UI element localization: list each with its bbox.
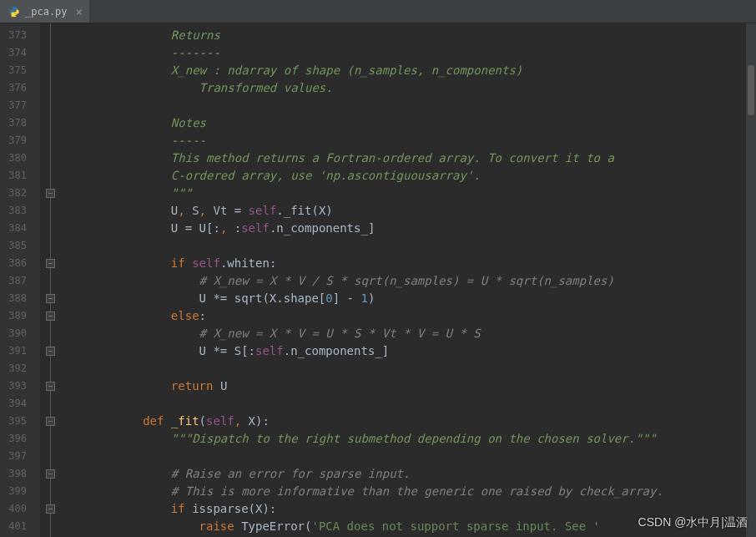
line-number: 386 [0, 255, 40, 272]
line-number: 375 [0, 62, 40, 79]
code-line[interactable]: U *= sqrt(X.shape[0] - 1) [58, 290, 756, 307]
fold-marker[interactable]: − [46, 312, 55, 321]
line-number: 383 [0, 202, 40, 220]
fold-marker[interactable]: − [46, 469, 55, 479]
code-line[interactable] [58, 395, 756, 413]
code-line[interactable] [58, 97, 756, 114]
line-number: 382 [0, 185, 40, 202]
line-number: 389 [0, 307, 40, 325]
editor: 3733743753763773783793803813823833843853… [0, 23, 756, 537]
code-line[interactable]: Returns [58, 27, 756, 44]
line-number: 392 [0, 360, 40, 377]
line-number: 376 [0, 79, 40, 97]
code-line[interactable]: U, S, Vt = self._fit(X) [58, 202, 756, 220]
line-number: 391 [0, 342, 40, 360]
fold-marker[interactable]: − [46, 504, 55, 514]
line-number: 394 [0, 395, 40, 413]
line-number: 390 [0, 325, 40, 342]
fold-marker[interactable]: − [46, 189, 55, 198]
line-number: 378 [0, 114, 40, 132]
code-line[interactable]: else: [58, 307, 756, 325]
code-line[interactable]: """ [58, 185, 756, 202]
line-number: 380 [0, 149, 40, 167]
line-number: 379 [0, 132, 40, 149]
line-number: 393 [0, 377, 40, 395]
fold-marker[interactable]: − [46, 417, 55, 426]
code-line[interactable] [58, 448, 756, 465]
tab-bar: _pca.py × [0, 0, 756, 23]
code-line[interactable]: Notes [58, 114, 756, 132]
code-line[interactable]: # Raise an error for sparse input. [58, 465, 756, 483]
code-line[interactable] [58, 360, 756, 377]
line-number: 395 [0, 413, 40, 430]
code-line[interactable]: # X_new = X * V = U * S * Vt * V = U * S [58, 325, 756, 342]
code-line[interactable]: """Dispatch to the right submethod depen… [58, 430, 756, 448]
line-number: 388 [0, 290, 40, 307]
line-number: 397 [0, 448, 40, 465]
fold-marker[interactable]: − [46, 347, 55, 356]
code-line[interactable]: if self.whiten: [58, 255, 756, 272]
line-number: 400 [0, 500, 40, 518]
file-tab[interactable]: _pca.py × [0, 0, 89, 23]
code-line[interactable]: # X_new = X * V / S * sqrt(n_samples) = … [58, 272, 756, 290]
code-line[interactable]: ------- [58, 44, 756, 62]
line-number: 401 [0, 518, 40, 535]
code-line[interactable] [58, 237, 756, 255]
line-number: 384 [0, 220, 40, 237]
tab-filename: _pca.py [25, 6, 68, 18]
vertical-scrollbar[interactable] [746, 23, 756, 537]
line-number: 385 [0, 237, 40, 255]
line-number: 398 [0, 465, 40, 483]
fold-column: −−−−−−−−− [40, 23, 55, 537]
line-number: 399 [0, 483, 40, 500]
line-number: 381 [0, 167, 40, 185]
code-line[interactable]: ----- [58, 132, 756, 149]
code-line[interactable]: U = U[:, :self.n_components_] [58, 220, 756, 237]
code-area[interactable]: Returns ------- X_new : ndarray of shape… [55, 23, 756, 537]
code-line[interactable]: U *= S[:self.n_components_] [58, 342, 756, 360]
code-line[interactable]: X_new : ndarray of shape (n_samples, n_c… [58, 62, 756, 79]
fold-marker[interactable]: − [46, 294, 55, 303]
code-line[interactable]: def _fit(self, X): [58, 413, 756, 430]
scrollbar-thumb[interactable] [748, 65, 754, 115]
line-number: 396 [0, 430, 40, 448]
code-line[interactable]: Transformed values. [58, 79, 756, 97]
code-line[interactable]: C-ordered array, use 'np.ascontiguousarr… [58, 167, 756, 185]
fold-guide-line [50, 23, 51, 537]
code-line[interactable]: return U [58, 377, 756, 395]
line-number: 373 [0, 27, 40, 44]
fold-marker[interactable]: − [46, 382, 55, 391]
python-icon [8, 6, 20, 18]
line-number: 377 [0, 97, 40, 114]
line-number-gutter: 3733743753763773783793803813823833843853… [0, 23, 40, 537]
line-number: 387 [0, 272, 40, 290]
line-number: 374 [0, 44, 40, 62]
fold-marker[interactable]: − [46, 259, 55, 268]
close-icon[interactable]: × [76, 5, 83, 18]
watermark: CSDN @水中月|温酒 [638, 515, 748, 530]
code-line[interactable]: # This is more informative than the gene… [58, 483, 756, 500]
code-line[interactable]: This method returns a Fortran-ordered ar… [58, 149, 756, 167]
